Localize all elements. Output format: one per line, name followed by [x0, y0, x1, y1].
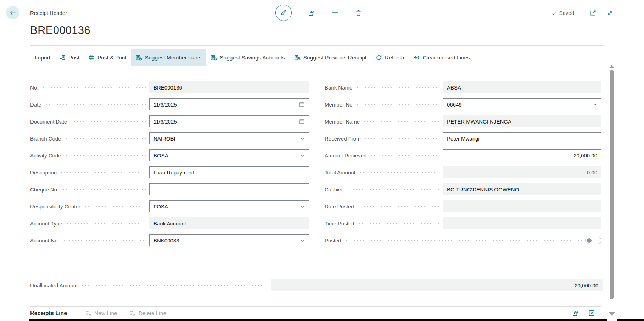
field-label: Cheque No.	[30, 187, 58, 193]
dotted-leader	[363, 120, 439, 123]
action-label: New Line	[94, 310, 117, 316]
suggest-previous-receipt-icon	[294, 55, 301, 61]
form-column-left: No.BRE000136Date11/3/2025Document Date11…	[30, 81, 309, 246]
chevron-down-icon[interactable]	[300, 136, 305, 141]
received-from-input[interactable]: Peter Mwangi	[443, 132, 601, 144]
responsibility-center-input[interactable]: FOSA	[149, 200, 309, 212]
share-icon[interactable]	[572, 309, 579, 317]
field-row-member-no: Member No06649	[325, 98, 601, 110]
bank-name-value: ABSA	[443, 81, 601, 93]
dotted-leader	[345, 239, 582, 242]
field-label: Amount Recieved	[325, 153, 366, 159]
scrollbar-thumb[interactable]	[610, 70, 614, 299]
receipt-header-page: Receipt Header Saved BRE000136 ImportPos…	[0, 0, 644, 321]
field-row-activity-code: Activity CodeBOSA	[30, 149, 309, 161]
field-label: Account No.	[30, 237, 59, 243]
dotted-leader	[358, 222, 439, 225]
posted-toggle[interactable]	[585, 237, 601, 244]
dotted-leader	[81, 284, 268, 287]
save-status: Saved	[551, 10, 574, 16]
document-date-input[interactable]: 11/3/2025	[149, 115, 309, 127]
action-import[interactable]: Import	[30, 49, 55, 66]
add-button[interactable]	[331, 9, 339, 17]
time-posted-value	[443, 217, 601, 229]
suggest-savings-icon	[211, 55, 217, 61]
expand-grid-icon[interactable]	[588, 310, 595, 316]
share-button[interactable]	[308, 9, 315, 17]
account-no-input[interactable]: BNK00033	[149, 234, 309, 246]
dotted-leader	[71, 120, 146, 123]
dotted-leader	[356, 86, 439, 89]
refresh-icon	[376, 55, 382, 61]
field-label: Account Type	[30, 220, 62, 227]
field-row-unallocated-amount: Unallocated Amount 20,000.00	[30, 279, 603, 291]
save-status-label: Saved	[559, 10, 574, 16]
chevron-down-icon[interactable]	[300, 153, 305, 158]
action-label: Import	[35, 55, 50, 61]
action-suggest-member-loans[interactable]: Suggest Member loans	[131, 49, 206, 66]
action-suggest-savings-accounts[interactable]: Suggest Savings Accounts	[206, 49, 290, 66]
open-window-icon[interactable]	[590, 10, 597, 16]
field-label: Description	[30, 170, 57, 176]
scrollbar-up-arrow-icon[interactable]	[610, 65, 614, 68]
receipts-action-new-line: New Line	[85, 310, 117, 316]
total-amount-value: 0.00	[443, 166, 601, 178]
dotted-leader	[42, 86, 146, 89]
print-icon	[89, 55, 95, 61]
member-no-input[interactable]: 06649	[443, 98, 601, 110]
back-button[interactable]	[6, 6, 19, 19]
chevron-down-icon[interactable]	[300, 238, 305, 243]
field-row-account-no: Account No.BNK00033	[30, 234, 309, 246]
header-toolbar	[275, 4, 362, 21]
dotted-leader	[358, 205, 439, 208]
dotted-leader	[359, 171, 439, 174]
delete-button[interactable]	[355, 9, 362, 17]
toggle-knob	[587, 238, 592, 243]
suggest-member-loans-icon	[136, 55, 142, 61]
field-row-received-from: Received FromPeter Mwangi	[325, 132, 601, 144]
edit-pencil-button[interactable]	[275, 5, 292, 21]
collapse-icon[interactable]	[606, 10, 613, 16]
action-label: Clear unused Lines	[422, 55, 470, 61]
account-type-value: Bank Account	[149, 217, 309, 229]
dotted-leader	[62, 188, 146, 191]
clear-lines-icon	[413, 55, 420, 61]
date-input[interactable]: 11/3/2025	[149, 98, 309, 110]
action-post[interactable]: Post	[55, 49, 84, 66]
dotted-leader	[45, 103, 146, 106]
scrollbar-down-arrow-icon[interactable]	[609, 312, 615, 316]
action-post-print[interactable]: Post & Print	[84, 49, 131, 66]
field-row-bank-name: Bank NameABSA	[325, 81, 601, 93]
header-right-tools: Saved	[551, 4, 613, 21]
field-label: Cashier	[325, 187, 343, 193]
field-label: Responsibility Center	[30, 204, 80, 210]
dotted-leader	[364, 137, 439, 140]
dotted-leader	[84, 205, 146, 208]
cheque-no-input[interactable]	[149, 183, 309, 195]
description-input[interactable]: Loan Repayment	[149, 166, 309, 178]
action-bar: ImportPostPost & PrintSuggest Member loa…	[30, 49, 475, 66]
amount-recieved-input[interactable]: 20,000.00	[443, 149, 601, 161]
field-label: Unallocated Amount	[30, 282, 78, 288]
receipts-line-tools	[572, 309, 595, 317]
cashier-value: BC-TRNG\DENNIS.OGWENO	[443, 183, 601, 195]
receipts-action-delete-line: Delete Line	[129, 310, 166, 316]
add-icon	[331, 9, 339, 17]
calendar-icon[interactable]	[299, 102, 305, 107]
field-row-total-amount: Total Amount0.00	[325, 166, 601, 178]
field-label: Member No	[325, 102, 352, 108]
action-suggest-previous-receipt[interactable]: Suggest Previous Receipt	[290, 49, 371, 66]
field-label: Date Posted	[325, 204, 354, 210]
action-refresh[interactable]: Refresh	[371, 49, 409, 66]
field-row-branch-code: Branch CodeNAIROBI	[30, 132, 309, 144]
chevron-down-icon[interactable]	[300, 204, 305, 209]
action-clear-unused-lines[interactable]: Clear unused Lines	[409, 49, 475, 66]
branch-code-input[interactable]: NAIROBI	[149, 132, 309, 144]
action-label: Delete Line	[139, 310, 166, 316]
no-value: BRE000136	[149, 81, 309, 93]
field-label: Member Name	[325, 119, 360, 125]
date-posted-value	[443, 200, 601, 212]
calendar-icon[interactable]	[299, 119, 305, 124]
activity-code-input[interactable]: BOSA	[149, 149, 309, 161]
chevron-down-icon[interactable]	[593, 102, 597, 107]
